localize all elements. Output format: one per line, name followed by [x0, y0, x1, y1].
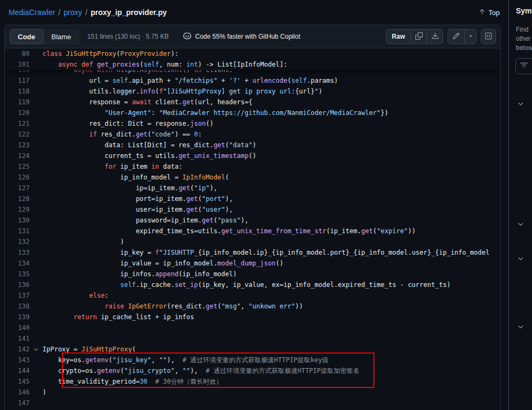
edit-dropdown-button[interactable]	[464, 30, 476, 44]
fold-gutter	[30, 258, 42, 269]
breadcrumb-separator: /	[85, 8, 87, 17]
code-pane: 116 async with httpx.AsyncClient() as cl…	[5, 48, 500, 409]
line-number[interactable]: 119	[5, 97, 30, 107]
line-number[interactable]: 144	[5, 365, 30, 376]
line-number[interactable]: 140	[5, 322, 30, 333]
code-text: current_ts = utils.get_unix_timestamp()	[42, 150, 256, 161]
line-number[interactable]: 101	[5, 59, 30, 70]
line-number[interactable]: 127	[5, 183, 30, 193]
copy-raw-button[interactable]	[410, 30, 427, 44]
line-number[interactable]: 130	[5, 215, 30, 226]
line-number[interactable]: 136	[5, 279, 30, 290]
line-number[interactable]: 126	[5, 172, 30, 183]
fold-gutter	[30, 398, 42, 408]
code-text: port=ip_item.get("port"),	[42, 193, 233, 204]
code-text: time_validity_period=30 # 30分钟（最长时效）	[42, 376, 222, 387]
line-number[interactable]: 120	[5, 107, 30, 118]
code-blame-segmented-control: Code Blame	[9, 28, 80, 45]
tab-code[interactable]: Code	[10, 29, 44, 44]
code-text: response = await client.get(url, headers…	[42, 97, 252, 107]
code-line: 144 crypto=os.getenv("jisu_crypto", ""),…	[5, 365, 500, 376]
symbols-filter-input[interactable]	[515, 58, 532, 74]
code-line: 134 ip_value = ip_info_model.model_dump_…	[5, 258, 500, 269]
download-icon	[431, 32, 439, 41]
line-number[interactable]: 131	[5, 226, 30, 236]
line-number[interactable]: 137	[5, 290, 30, 301]
line-number[interactable]: 123	[5, 140, 30, 150]
symbol-group-chevron-down-icon[interactable]	[517, 220, 526, 229]
triangle-down-icon	[467, 33, 474, 41]
line-number[interactable]: 80	[5, 48, 30, 59]
fold-gutter	[30, 269, 42, 279]
code-text: ip=ip_item.get("ip"),	[42, 183, 217, 193]
code-line: 124 current_ts = utils.get_unix_timestam…	[5, 150, 500, 161]
code-text: res_dict: Dict = response.json()	[42, 118, 214, 129]
line-number[interactable]: 146	[5, 387, 30, 398]
breadcrumb: MediaCrawler / proxy / proxy_ip_provider…	[0, 0, 508, 25]
fold-gutter	[30, 279, 42, 290]
fold-gutter	[30, 365, 42, 376]
line-number[interactable]: 133	[5, 247, 30, 258]
code-line: 129 user=ip_item.get("user"),	[5, 204, 500, 215]
code-text: ip_info_model = IpInfoModel(	[42, 172, 229, 183]
code-line: 80class JiSuHttpProxy(ProxyProvider):	[5, 48, 500, 59]
line-number[interactable]: 138	[5, 301, 30, 312]
fold-gutter	[30, 355, 42, 365]
code-text: key=os.getenv("jisu_key", ""), # 通过环境变量的…	[42, 355, 329, 365]
code-line: 136 self.ip_cache.set_ip(ip_key, ip_valu…	[5, 279, 500, 290]
line-number[interactable]: 128	[5, 193, 30, 204]
code-line: 142IpProxy = JiSuHttpProxy(	[5, 344, 500, 355]
line-number[interactable]: 117	[5, 75, 30, 86]
fold-gutter	[30, 236, 42, 247]
line-number[interactable]: 145	[5, 376, 30, 387]
line-number[interactable]: 125	[5, 161, 30, 172]
line-number[interactable]: 129	[5, 204, 30, 215]
code-line: 143 key=os.getenv("jisu_key", ""), # 通过环…	[5, 355, 500, 365]
sticky-context-lines: 80class JiSuHttpProxy(ProxyProvider):101…	[5, 48, 500, 70]
code-line: 127 ip=ip_item.get("ip"),	[5, 183, 500, 193]
line-number[interactable]: 122	[5, 129, 30, 140]
line-number[interactable]: 134	[5, 258, 30, 269]
tab-blame[interactable]: Blame	[44, 29, 80, 44]
fold-gutter	[30, 387, 42, 398]
code-text: expired_time_ts=utils.get_unix_time_from…	[42, 226, 416, 236]
download-raw-button[interactable]	[427, 30, 443, 44]
line-number[interactable]: 142	[5, 344, 30, 355]
breadcrumb-folder-link[interactable]: proxy	[63, 8, 82, 17]
fold-gutter	[30, 75, 42, 86]
line-number[interactable]: 118	[5, 86, 30, 97]
code-text: if res_dict.get("code") == 0:	[42, 129, 202, 140]
code-text: class JiSuHttpProxy(ProxyProvider):	[42, 48, 179, 59]
raw-button[interactable]: Raw	[386, 30, 410, 44]
line-number[interactable]: 141	[5, 333, 30, 344]
breadcrumb-repo-link[interactable]: MediaCrawler	[9, 8, 55, 17]
copilot-banner[interactable]: Code 55% faster with GitHub Copilot	[183, 32, 300, 42]
breadcrumb-nav: MediaCrawler / proxy / proxy_ip_provider…	[9, 8, 167, 17]
symbol-group-chevron-down-icon[interactable]	[517, 100, 526, 109]
line-number[interactable]: 147	[5, 398, 30, 408]
code-line: 145 time_validity_period=30 # 30分钟（最长时效）	[5, 376, 500, 387]
code-line: 138 raise IpGetError(res_dict.get("msg",…	[5, 301, 500, 312]
code-line: 147	[5, 398, 500, 408]
scroll-to-top-button[interactable]: Top	[478, 8, 500, 17]
edit-file-button[interactable]	[448, 30, 464, 44]
fold-gutter	[30, 59, 42, 70]
code-text: async def get_proxies(self, num: int) ->…	[42, 59, 287, 70]
filter-icon	[520, 61, 528, 71]
code-text: ip_infos.append(ip_info_model)	[42, 269, 237, 279]
line-number[interactable]: 139	[5, 312, 30, 322]
symbol-group-chevron-down-icon[interactable]	[517, 255, 526, 263]
code-line: 132 )	[5, 236, 500, 247]
fold-gutter	[30, 129, 42, 140]
fold-gutter	[30, 86, 42, 97]
collapse-chevron-icon[interactable]	[30, 344, 42, 355]
symbol-group-chevron-down-icon[interactable]	[517, 323, 526, 332]
symbols-panel-toggle-button[interactable]	[481, 29, 496, 44]
line-number[interactable]: 132	[5, 236, 30, 247]
code-text: self.ip_cache.set_ip(ip_key, ip_value, e…	[42, 279, 451, 290]
fold-gutter	[30, 97, 42, 107]
line-number[interactable]: 124	[5, 150, 30, 161]
line-number[interactable]: 121	[5, 118, 30, 129]
line-number[interactable]: 135	[5, 269, 30, 279]
line-number[interactable]: 143	[5, 355, 30, 365]
